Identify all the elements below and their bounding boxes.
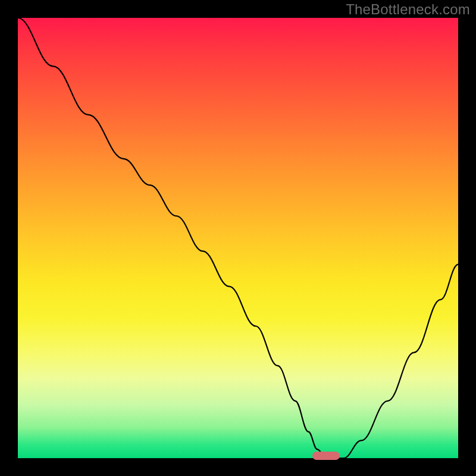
curve-path xyxy=(18,18,458,458)
chart-frame: TheBottleneck.com xyxy=(0,0,476,476)
bottleneck-curve xyxy=(18,18,458,458)
optimal-marker xyxy=(312,452,340,460)
watermark-text: TheBottleneck.com xyxy=(346,1,470,18)
